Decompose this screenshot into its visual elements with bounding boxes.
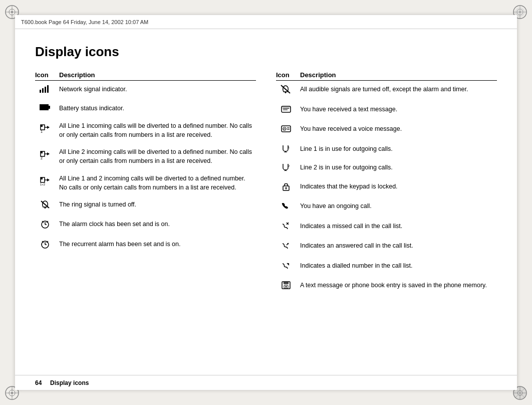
ring-off-icon: [35, 196, 59, 216]
svg-rect-28: [49, 106, 50, 109]
table-cell-description: The ring signal is turned off.: [59, 196, 256, 216]
silent-icon: [276, 81, 300, 101]
left-col-icon-header: Icon: [35, 70, 59, 81]
table-cell-description: The recurrent alarm has been set and is …: [59, 236, 256, 256]
table-cell-description: Battery status indicator.: [59, 100, 256, 118]
keypad-locked-icon: [276, 178, 300, 198]
left-icon-table: Icon Description Network signal indicato…: [35, 70, 256, 255]
table-cell-description: Line 2 is in use for outgoing calls.: [300, 159, 497, 178]
right-table-header: Icon Description: [276, 70, 497, 81]
svg-marker-43: [47, 178, 50, 181]
svg-text:1: 1: [288, 146, 290, 149]
svg-point-57: [285, 92, 287, 93]
page-footer: 64 Display icons: [15, 375, 517, 390]
table-row: Network signal indicator.: [35, 81, 256, 100]
svg-rect-23: [40, 90, 41, 93]
svg-text:2: 2: [288, 164, 290, 167]
table-cell-description: The alarm clock has been set and is on.: [59, 216, 256, 236]
svg-rect-29: [40, 105, 48, 110]
table-cell-description: Indicates that the keypad is locked.: [300, 178, 497, 198]
svg-text:1: 1: [41, 130, 43, 133]
table-row: Battery status indicator.: [35, 100, 256, 118]
line2-outgoing-icon: 2: [276, 159, 300, 178]
phone-memory-icon: [276, 277, 300, 297]
table-cell-description: Indicates a missed call in the call list…: [300, 218, 497, 238]
table-row: 1 All Line 1 incoming calls will be dive…: [35, 117, 256, 143]
text-message-icon: [276, 101, 300, 121]
line12-divert-icon: 1+2: [35, 170, 59, 196]
right-column: Icon Description All audible signals are…: [276, 70, 497, 365]
table-row: 1 Line 1 is in use for outgoing calls.: [276, 140, 497, 159]
line1-outgoing-icon: 1: [276, 140, 300, 159]
svg-text:1+2: 1+2: [40, 183, 46, 186]
table-row: 2 Line 2 is in use for outgoing calls.: [276, 159, 497, 178]
table-cell-description: You have received a text message.: [300, 101, 497, 121]
table-row: You have received a text message.: [276, 101, 497, 121]
line2-divert-icon: 2: [35, 143, 59, 169]
answered-call-icon: [276, 237, 300, 257]
table-cell-description: You have received a voice message.: [300, 120, 497, 140]
left-table-header: Icon Description: [35, 70, 256, 81]
left-column: Icon Description Network signal indicato…: [35, 70, 256, 365]
svg-marker-33: [47, 126, 50, 129]
table-row: You have received a voice message.: [276, 120, 497, 140]
dialled-number-icon: [276, 257, 300, 277]
line1-divert-icon: 1: [35, 117, 59, 143]
table-row: Indicates that the keypad is locked.: [276, 178, 497, 198]
table-row: 2 All Line 2 incoming calls will be dive…: [35, 143, 256, 169]
table-cell-description: All audible signals are turned off, exce…: [300, 81, 497, 101]
right-col-icon-header: Icon: [276, 70, 300, 81]
table-row: A text message or phone book entry is sa…: [276, 277, 497, 297]
table-cell-description: Indicates a dialled number in the call l…: [300, 257, 497, 277]
signal-bars-icon: [35, 81, 59, 100]
svg-point-45: [45, 207, 46, 209]
svg-point-65: [284, 128, 285, 129]
svg-point-15: [11, 392, 13, 394]
voice-message-icon: [276, 120, 300, 140]
svg-rect-84: [284, 282, 289, 284]
table-cell-description: All Line 1 incoming calls will be divert…: [59, 117, 256, 143]
two-column-layout: Icon Description Network signal indicato…: [35, 70, 497, 365]
right-icon-table: Icon Description All audible signals are…: [276, 70, 497, 297]
table-row: The alarm clock has been set and is on.: [35, 216, 256, 236]
page-title: Display icons: [35, 44, 497, 60]
left-col-desc-header: Description: [59, 70, 256, 81]
svg-point-4: [11, 11, 13, 13]
svg-rect-25: [45, 87, 46, 93]
table-row: 1+2 All Line 1 and 2 incoming calls will…: [35, 170, 256, 196]
table-cell-description: All Line 1 and 2 incoming calls will be …: [59, 170, 256, 196]
table-cell-description: Line 1 is in use for outgoing calls.: [300, 140, 497, 159]
ongoing-call-icon: [276, 197, 300, 218]
table-cell-description: You have an ongoing call.: [300, 197, 497, 218]
svg-rect-26: [47, 85, 49, 93]
svg-rect-31: [41, 125, 43, 127]
table-cell-description: Network signal indicator.: [59, 81, 256, 100]
svg-rect-36: [41, 151, 43, 153]
missed-call-icon: [276, 218, 300, 238]
table-cell-description: All Line 2 incoming calls will be divert…: [59, 143, 256, 169]
svg-rect-62: [282, 106, 291, 109]
header-text: T600.book Page 64 Friday, June 14, 2002 …: [21, 19, 148, 25]
svg-text:2: 2: [41, 156, 43, 160]
table-row: All audible signals are turned off, exce…: [276, 81, 497, 101]
table-row: The ring signal is turned off.: [35, 196, 256, 216]
svg-point-86: [286, 286, 287, 288]
table-row: The recurrent alarm has been set and is …: [35, 236, 256, 256]
table-cell-description: A text message or phone book entry is sa…: [300, 277, 497, 297]
svg-marker-38: [47, 152, 50, 155]
content-area: Display icons Icon Description Network s…: [15, 29, 517, 375]
table-row: Indicates a dialled number in the call l…: [276, 257, 497, 277]
recurrent-alarm-icon: [35, 236, 59, 256]
footer-section: Display icons: [50, 379, 89, 386]
svg-rect-24: [42, 88, 44, 93]
battery-icon: [35, 100, 59, 118]
table-row: Indicates an answered call in the call l…: [276, 237, 497, 257]
alarm-on-icon: [35, 216, 59, 236]
table-cell-description: Indicates an answered call in the call l…: [300, 237, 497, 257]
right-col-desc-header: Description: [300, 70, 497, 81]
table-row: Indicates a missed call in the call list…: [276, 218, 497, 238]
table-row: You have an ongoing call.: [276, 197, 497, 218]
page-header-bar: T600.book Page 64 Friday, June 14, 2002 …: [15, 15, 517, 29]
footer-page-number: 64: [35, 379, 42, 386]
svg-rect-41: [41, 177, 43, 179]
